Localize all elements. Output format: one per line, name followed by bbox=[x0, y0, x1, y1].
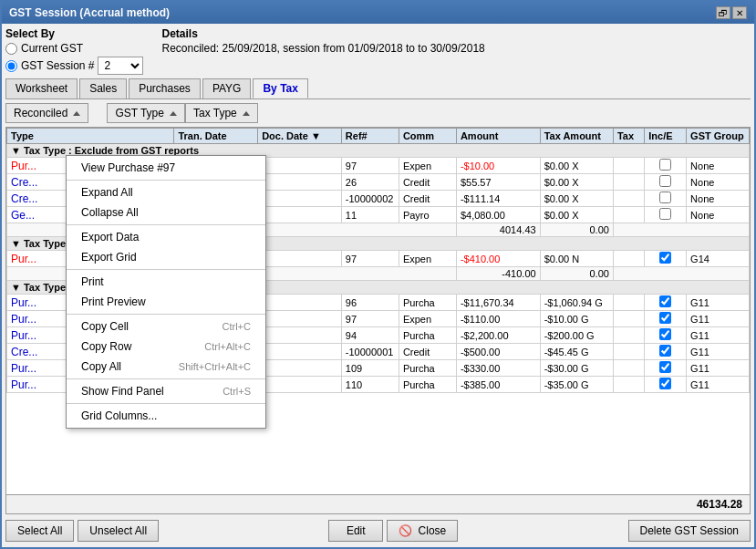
tab-bar: Worksheet Sales Purchases PAYG By Tax bbox=[5, 78, 751, 99]
col-gst-group: GST Group bbox=[687, 129, 750, 144]
tab-worksheet[interactable]: Worksheet bbox=[5, 78, 78, 98]
row-type-link[interactable]: Pur... bbox=[11, 313, 36, 326]
ctx-copy-cell[interactable]: Copy Cell Ctrl+C bbox=[67, 316, 265, 337]
current-gst-radio-row: Current GST bbox=[5, 42, 143, 55]
ince-cell bbox=[645, 207, 687, 223]
session-select[interactable]: 2 1 3 bbox=[98, 57, 143, 75]
row-type-link[interactable]: Cre... bbox=[11, 192, 37, 205]
col-type: Type bbox=[7, 129, 174, 144]
select-by-group: Select By Current GST GST Session # 2 1 … bbox=[5, 27, 143, 75]
ince-cell bbox=[645, 174, 687, 191]
row-type-link[interactable]: Pur... bbox=[11, 378, 36, 391]
gst-group: None bbox=[687, 174, 750, 191]
tab-purchases[interactable]: Purchases bbox=[129, 78, 201, 98]
ctx-copy-all[interactable]: Copy All Shift+Ctrl+Alt+C bbox=[67, 357, 265, 377]
current-gst-radio[interactable] bbox=[5, 43, 17, 55]
ctx-export-grid-label: Export Grid bbox=[81, 251, 137, 264]
amount: -$11,670.34 bbox=[456, 295, 540, 311]
gst-type-filter-button[interactable]: GST Type bbox=[107, 103, 185, 123]
delete-session-button[interactable]: Delete GST Session bbox=[628, 520, 751, 542]
gst-group: None bbox=[687, 158, 750, 174]
ctx-show-find[interactable]: Show Find Panel Ctrl+S bbox=[67, 381, 265, 401]
ince-checkbox[interactable] bbox=[659, 208, 671, 220]
unselect-all-button[interactable]: Unselect All bbox=[78, 520, 159, 542]
ince-checkbox[interactable] bbox=[659, 159, 671, 171]
ctx-collapse-all[interactable]: Collapse All bbox=[67, 202, 265, 223]
ince-checkbox[interactable] bbox=[659, 345, 671, 357]
ince-checkbox[interactable] bbox=[659, 175, 671, 187]
tax-amount: $0.00 N bbox=[540, 251, 613, 267]
row-type-link[interactable]: Ge... bbox=[11, 209, 35, 222]
bottom-bar: Select All Unselect All Edit 🚫 Close Del… bbox=[5, 518, 751, 544]
comm: Expen bbox=[399, 158, 456, 174]
row-type-link[interactable]: Pur... bbox=[11, 296, 36, 309]
tax bbox=[613, 191, 644, 207]
gst-session-radio[interactable] bbox=[5, 60, 17, 72]
restore-button[interactable]: 🗗 bbox=[716, 6, 730, 19]
comm: Payro bbox=[399, 207, 456, 223]
ref: 109 bbox=[341, 360, 399, 377]
close-button[interactable]: 🚫 Close bbox=[387, 520, 458, 542]
ctx-view-purchase-label: View Purchase #97 bbox=[81, 161, 175, 174]
bottom-center-buttons: Edit 🚫 Close bbox=[328, 520, 458, 542]
details-label: Details bbox=[161, 27, 197, 40]
tax bbox=[613, 158, 644, 174]
tab-sales[interactable]: Sales bbox=[79, 78, 127, 98]
ince-checkbox[interactable] bbox=[659, 295, 671, 307]
col-tran-date: Tran. Date bbox=[174, 129, 258, 144]
ince-cell bbox=[645, 377, 687, 393]
subtotal-tax: 0.00 bbox=[540, 267, 613, 281]
gst-group: G14 bbox=[687, 251, 750, 267]
ref: 97 bbox=[341, 158, 399, 174]
row-type-link[interactable]: Pur... bbox=[11, 329, 36, 342]
row-type-link[interactable]: Pur... bbox=[11, 160, 36, 172]
ref: 26 bbox=[341, 174, 399, 191]
gst-group: None bbox=[687, 191, 750, 207]
close-button-label: Close bbox=[419, 524, 447, 537]
comm: Purcha bbox=[399, 295, 456, 311]
session-radio-row: GST Session # 2 1 3 bbox=[5, 57, 143, 75]
tax-amount: $0.00 X bbox=[540, 191, 613, 207]
bottom-right-buttons: Delete GST Session bbox=[628, 520, 751, 542]
ctx-print[interactable]: Print bbox=[67, 272, 265, 292]
select-all-button[interactable]: Select All bbox=[5, 520, 74, 542]
row-type-link[interactable]: Pur... bbox=[11, 362, 36, 375]
ince-checkbox[interactable] bbox=[659, 312, 671, 324]
ince-checkbox[interactable] bbox=[659, 378, 671, 389]
ctx-expand-all[interactable]: Expand All bbox=[67, 182, 265, 202]
ctx-view-purchase[interactable]: View Purchase #97 bbox=[67, 158, 265, 178]
details-group: Details Reconciled: 25/09/2018, session … bbox=[161, 27, 751, 55]
ctx-collapse-all-label: Collapse All bbox=[81, 206, 139, 219]
tax bbox=[613, 207, 644, 223]
ince-checkbox[interactable] bbox=[659, 192, 671, 203]
gst-group: G11 bbox=[687, 360, 750, 377]
reconciled-filter-label: Reconciled bbox=[14, 107, 67, 119]
ctx-export-grid[interactable]: Export Grid bbox=[67, 247, 265, 267]
select-by-label: Select By bbox=[5, 27, 143, 40]
ctx-grid-columns[interactable]: Grid Columns... bbox=[67, 406, 265, 426]
ince-checkbox[interactable] bbox=[659, 361, 671, 373]
tab-by-tax[interactable]: By Tax bbox=[253, 78, 307, 98]
comm: Purcha bbox=[399, 360, 456, 377]
edit-button[interactable]: Edit bbox=[328, 520, 383, 542]
ctx-print-preview-label: Print Preview bbox=[81, 295, 146, 308]
tab-payg[interactable]: PAYG bbox=[202, 78, 252, 98]
ctx-export-data[interactable]: Export Data bbox=[67, 227, 265, 247]
title-bar-buttons: 🗗 ✕ bbox=[716, 6, 747, 19]
ctx-print-preview[interactable]: Print Preview bbox=[67, 292, 265, 312]
ince-checkbox[interactable] bbox=[659, 328, 671, 340]
tax-type-filter-button[interactable]: Tax Type bbox=[185, 103, 258, 123]
reconciled-filter-button[interactable]: Reconciled bbox=[5, 103, 88, 123]
gst-group: None bbox=[687, 207, 750, 223]
total-bar: 46134.28 bbox=[5, 495, 751, 514]
ref: 11 bbox=[341, 207, 399, 223]
row-type-link[interactable]: Cre... bbox=[11, 346, 37, 358]
row-type-link[interactable]: Pur... bbox=[11, 253, 36, 265]
ctx-copy-row[interactable]: Copy Row Ctrl+Alt+C bbox=[67, 337, 265, 357]
row-type-link[interactable]: Cre... bbox=[11, 176, 37, 189]
ince-checkbox[interactable] bbox=[659, 252, 671, 264]
amount: -$10.00 bbox=[456, 158, 540, 174]
ince-cell bbox=[645, 158, 687, 174]
filter-row: Reconciled GST Type Tax Type bbox=[5, 103, 751, 123]
close-window-button[interactable]: ✕ bbox=[732, 6, 747, 19]
